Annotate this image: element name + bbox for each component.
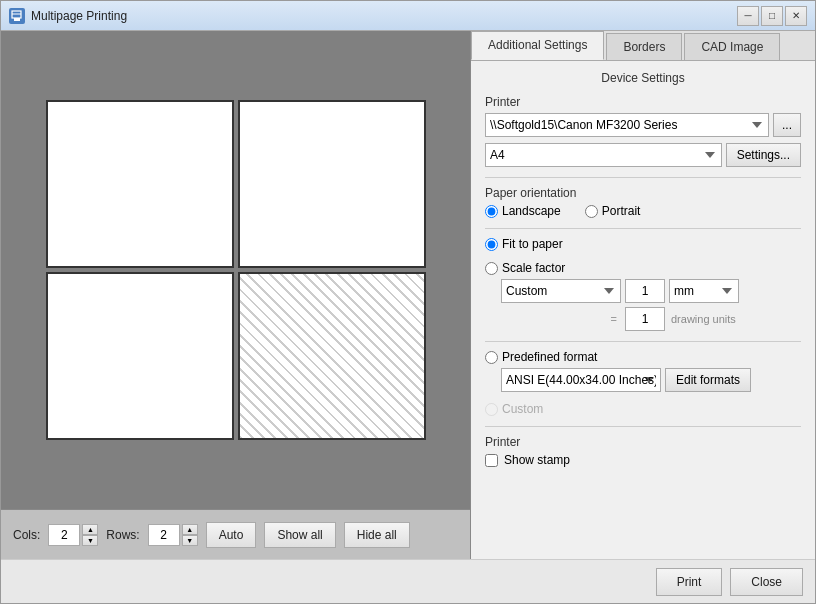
preview-area	[1, 31, 470, 509]
predefined-section: Predefined format ANSI E(44.00x34.00 Inc…	[485, 350, 801, 392]
portrait-option[interactable]: Portrait	[585, 204, 641, 218]
preview-panel: Cols: 2 ▲ ▼ Rows: 2 ▲ ▼ Auto	[1, 31, 471, 559]
equals-sign: =	[501, 313, 621, 325]
page-cell-4	[238, 272, 426, 440]
auto-button[interactable]: Auto	[206, 522, 257, 548]
portrait-radio[interactable]	[585, 205, 598, 218]
format-select[interactable]: ANSI E(44.00x34.00 Inches)	[501, 368, 661, 392]
tab-cad-image[interactable]: CAD Image	[684, 33, 780, 60]
printer-stamp-section: Printer Show stamp	[485, 435, 801, 467]
scale-radio[interactable]	[485, 262, 498, 275]
scale-section: Scale factor Custom 1 mm = 1	[485, 261, 801, 331]
show-stamp-row: Show stamp	[485, 453, 801, 467]
paper-select[interactable]: A4	[485, 143, 722, 167]
cols-label: Cols:	[13, 528, 40, 542]
rows-label: Rows:	[106, 528, 139, 542]
show-stamp-label: Show stamp	[504, 453, 570, 467]
predefined-radio[interactable]	[485, 351, 498, 364]
maximize-button[interactable]: □	[761, 6, 783, 26]
unit-select[interactable]: mm	[669, 279, 739, 303]
paper-row: A4 Settings...	[485, 143, 801, 167]
scale-value-input[interactable]: 1	[625, 279, 665, 303]
printer-select[interactable]: \\Softgold15\Canon MF3200 Series	[485, 113, 769, 137]
hide-all-button[interactable]: Hide all	[344, 522, 410, 548]
svg-rect-2	[14, 18, 20, 21]
scale-row-2: = 1 drawing units	[501, 307, 801, 331]
landscape-radio[interactable]	[485, 205, 498, 218]
window-icon	[9, 8, 25, 24]
orientation-radio-group: Landscape Portrait	[485, 204, 801, 218]
cols-down-button[interactable]: ▼	[82, 535, 98, 546]
rows-input[interactable]: 2	[148, 524, 180, 546]
print-button[interactable]: Print	[656, 568, 723, 596]
show-all-button[interactable]: Show all	[264, 522, 335, 548]
printer-stamp-label: Printer	[485, 435, 801, 449]
device-settings-title: Device Settings	[485, 71, 801, 85]
show-stamp-checkbox[interactable]	[485, 454, 498, 467]
settings-content: Device Settings Printer \\Softgold15\Can…	[471, 61, 815, 559]
landscape-option[interactable]: Landscape	[485, 204, 561, 218]
page-cell-1	[46, 100, 234, 268]
predefined-row: ANSI E(44.00x34.00 Inches) Edit formats	[501, 368, 801, 392]
window-controls: ─ □ ✕	[737, 6, 807, 26]
page-cell-2	[238, 100, 426, 268]
rows-spinner: 2 ▲ ▼	[148, 524, 198, 546]
tab-borders[interactable]: Borders	[606, 33, 682, 60]
title-bar: Multipage Printing ─ □ ✕	[1, 1, 815, 31]
main-window: Multipage Printing ─ □ ✕ Cols: 2	[0, 0, 816, 604]
preview-controls: Cols: 2 ▲ ▼ Rows: 2 ▲ ▼ Auto	[1, 509, 470, 559]
predefined-format-option[interactable]: Predefined format	[485, 350, 801, 364]
rows-up-button[interactable]: ▲	[182, 524, 198, 535]
settings-button[interactable]: Settings...	[726, 143, 801, 167]
printer-row: \\Softgold15\Canon MF3200 Series ...	[485, 113, 801, 137]
fit-to-paper-option[interactable]: Fit to paper	[485, 237, 801, 251]
cols-spinner: 2 ▲ ▼	[48, 524, 98, 546]
close-button-footer[interactable]: Close	[730, 568, 803, 596]
footer: Print Close	[1, 559, 815, 603]
rows-down-button[interactable]: ▼	[182, 535, 198, 546]
custom-section: Custom	[485, 402, 801, 416]
cols-up-button[interactable]: ▲	[82, 524, 98, 535]
equals-value-input[interactable]: 1	[625, 307, 665, 331]
divider-1	[485, 177, 801, 178]
cols-input[interactable]: 2	[48, 524, 80, 546]
fit-section: Fit to paper	[485, 237, 801, 251]
printer-section: Printer \\Softgold15\Canon MF3200 Series…	[485, 95, 801, 167]
settings-panel: Additional Settings Borders CAD Image De…	[471, 31, 815, 559]
page-grid	[46, 100, 426, 440]
tab-additional-settings[interactable]: Additional Settings	[471, 31, 604, 60]
divider-2	[485, 228, 801, 229]
scale-row-1: Custom 1 mm	[501, 279, 801, 303]
orientation-label: Paper orientation	[485, 186, 801, 200]
scale-factor-option[interactable]: Scale factor	[485, 261, 801, 275]
scale-custom-select[interactable]: Custom	[501, 279, 621, 303]
orientation-section: Paper orientation Landscape Portrait	[485, 186, 801, 218]
tabs-row: Additional Settings Borders CAD Image	[471, 31, 815, 61]
rows-spinner-buttons: ▲ ▼	[182, 524, 198, 546]
page-cell-3	[46, 272, 234, 440]
printer-label: Printer	[485, 95, 801, 109]
divider-4	[485, 426, 801, 427]
close-button[interactable]: ✕	[785, 6, 807, 26]
drawing-units-label: drawing units	[671, 313, 736, 325]
divider-3	[485, 341, 801, 342]
cols-spinner-buttons: ▲ ▼	[82, 524, 98, 546]
custom-radio[interactable]	[485, 403, 498, 416]
window-title: Multipage Printing	[31, 9, 737, 23]
main-content: Cols: 2 ▲ ▼ Rows: 2 ▲ ▼ Auto	[1, 31, 815, 559]
printer-dots-button[interactable]: ...	[773, 113, 801, 137]
fit-radio[interactable]	[485, 238, 498, 251]
minimize-button[interactable]: ─	[737, 6, 759, 26]
edit-formats-button[interactable]: Edit formats	[665, 368, 751, 392]
custom-option[interactable]: Custom	[485, 402, 801, 416]
